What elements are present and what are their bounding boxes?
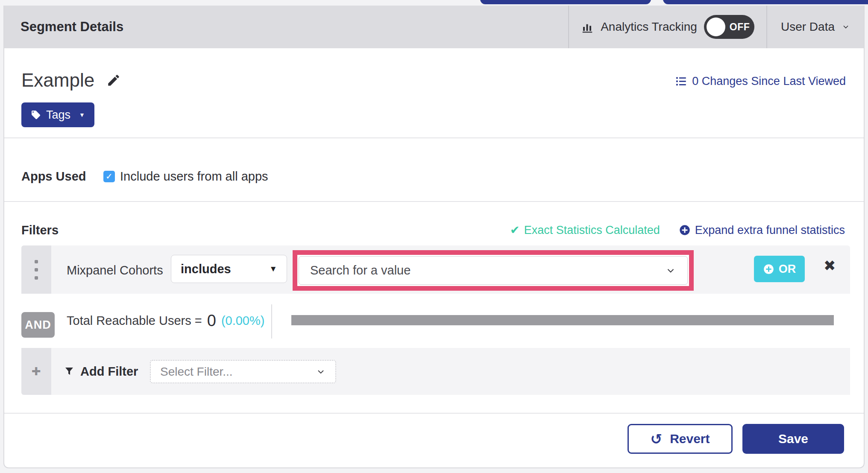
check-icon: ✔ xyxy=(510,223,520,237)
analytics-tracking-section: Analytics Tracking OFF xyxy=(568,6,766,48)
reachable-users-value: 0 xyxy=(207,312,216,330)
cutoff-button-right[interactable] xyxy=(663,0,868,4)
filters-header-row: Filters ✔ Exact Statistics Calculated Ex… xyxy=(21,218,845,242)
section-divider xyxy=(4,137,864,138)
add-filter-label: Add Filter xyxy=(80,365,138,379)
plus-circle-icon xyxy=(679,224,691,236)
annotation-highlight-box: Search for a value xyxy=(293,250,694,291)
user-data-dropdown[interactable]: User Data xyxy=(766,6,864,48)
chevron-down-icon xyxy=(665,265,676,276)
drag-handle[interactable] xyxy=(21,245,51,294)
add-filter-plus-column[interactable]: ✚ xyxy=(21,348,51,395)
edit-pencil-icon[interactable] xyxy=(106,73,121,88)
filters-heading: Filters xyxy=(21,223,59,237)
segment-details-page: { "header": { "title": "Segment Details"… xyxy=(0,0,868,473)
value-select-placeholder: Search for a value xyxy=(310,263,411,277)
funnel-icon xyxy=(64,366,74,377)
revert-button[interactable]: ↺ Revert xyxy=(628,424,733,454)
drag-dot-icon xyxy=(35,268,38,272)
add-filter-row: ✚ Add Filter Select Filter... xyxy=(21,348,850,395)
filter-field-label: Mixpanel Cohorts xyxy=(67,263,163,277)
add-or-condition-button[interactable]: OR xyxy=(754,256,805,282)
cutoff-button-left[interactable] xyxy=(480,0,651,4)
tags-button-label: Tags xyxy=(46,108,70,122)
change-list-icon xyxy=(675,76,687,87)
filter-row: Mixpanel Cohorts includes ▼ Search for a… xyxy=(21,245,850,294)
user-data-label: User Data xyxy=(781,20,835,34)
operator-select[interactable]: includes ▼ xyxy=(171,255,287,283)
operator-value: includes xyxy=(181,262,231,276)
reach-progress-bar xyxy=(291,315,834,325)
card-header-left: Segment Details xyxy=(4,6,568,48)
chevron-down-icon xyxy=(842,23,850,31)
expand-funnel-statistics-link[interactable]: Expand extra funnel statistics xyxy=(679,224,845,237)
plus-icon: ✚ xyxy=(32,365,41,378)
save-button[interactable]: Save xyxy=(742,424,844,454)
exact-statistics-status: ✔ Exact Statistics Calculated xyxy=(510,223,660,237)
section-divider xyxy=(4,201,864,202)
card-header: Segment Details Analytics Tracking OFF U… xyxy=(4,6,864,48)
include-all-apps-checkbox[interactable]: ✓ xyxy=(103,171,115,182)
drag-dot-icon xyxy=(35,260,38,263)
expand-funnel-statistics-label: Expand extra funnel statistics xyxy=(695,224,845,237)
bar-chart-icon xyxy=(581,20,594,33)
footer-divider xyxy=(4,413,864,414)
segment-title-block: Example xyxy=(21,70,121,91)
toggle-state-label: OFF xyxy=(730,21,750,33)
and-badge-label: AND xyxy=(25,318,51,332)
page-title: Segment Details xyxy=(21,19,123,35)
total-reachable-users: Total Reachable Users = 0 (0.00%) xyxy=(67,294,264,348)
checkmark-icon: ✓ xyxy=(106,171,113,181)
segment-details-card: Segment Details Analytics Tracking OFF U… xyxy=(3,6,865,468)
changes-link-label: 0 Changes Since Last Viewed xyxy=(692,75,846,88)
segment-name: Example xyxy=(21,70,94,91)
select-filter-dropdown[interactable]: Select Filter... xyxy=(150,360,336,383)
revert-button-label: Revert xyxy=(670,432,710,446)
add-filter-label-group: Add Filter xyxy=(64,348,138,395)
revert-icon: ↺ xyxy=(650,431,662,447)
or-button-label: OR xyxy=(779,263,796,276)
apps-used-label: Apps Used xyxy=(21,169,103,184)
drag-dot-icon xyxy=(35,276,38,280)
caret-down-icon: ▼ xyxy=(79,111,85,118)
tag-icon xyxy=(31,110,41,120)
vertical-divider xyxy=(271,304,272,339)
tags-button[interactable]: Tags ▼ xyxy=(21,102,94,127)
reachable-users-percent: (0.00%) xyxy=(221,314,265,328)
reachable-users-label: Total Reachable Users = xyxy=(67,314,202,328)
caret-down-icon: ▼ xyxy=(269,264,277,274)
analytics-tracking-label: Analytics Tracking xyxy=(601,20,697,34)
and-conjunction-badge: AND xyxy=(21,312,55,338)
remove-filter-icon[interactable]: ✖ xyxy=(824,258,836,273)
save-button-label: Save xyxy=(778,432,808,446)
include-all-apps-label: Include users from all apps xyxy=(120,169,268,184)
plus-circle-icon xyxy=(763,263,774,275)
chevron-down-icon xyxy=(316,367,326,377)
toggle-knob xyxy=(707,18,725,36)
reachable-users-row: AND Total Reachable Users = 0 (0.00%) xyxy=(21,294,850,348)
apps-used-row: Apps Used ✓ Include users from all apps xyxy=(21,164,268,188)
exact-statistics-label: Exact Statistics Calculated xyxy=(524,224,660,237)
filter-rows: Mixpanel Cohorts includes ▼ Search for a… xyxy=(21,245,850,395)
select-filter-placeholder: Select Filter... xyxy=(160,365,233,379)
changes-since-last-viewed-link[interactable]: 0 Changes Since Last Viewed xyxy=(675,75,846,88)
analytics-tracking-toggle[interactable]: OFF xyxy=(704,15,754,39)
value-search-select[interactable]: Search for a value xyxy=(299,256,688,285)
